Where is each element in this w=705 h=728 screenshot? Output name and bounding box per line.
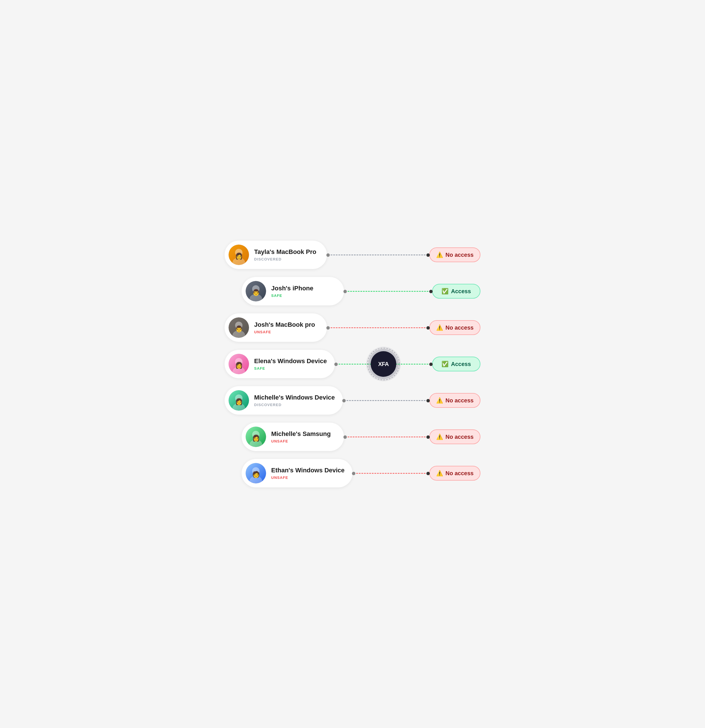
device-card: 👩 Tayla's MacBook Pro DISCOVERED — [225, 241, 327, 269]
device-name: Elena's Windows Device — [254, 357, 327, 365]
device-status: SAFE — [271, 293, 313, 298]
badge-icon: ✅ — [441, 361, 448, 367]
device-info: Josh's MacBook pro UNSAFE — [254, 321, 315, 334]
row-josh-iphone: 👨 Josh's iPhone SAFE ✅ Access — [225, 277, 480, 305]
device-info: Michelle's Windows Device DISCOVERED — [254, 394, 335, 407]
avatar: 👩 — [229, 390, 249, 411]
device-card: 👨 Josh's iPhone SAFE — [242, 277, 344, 305]
badge-label: No access — [445, 397, 474, 404]
connector-dot-left — [343, 435, 347, 439]
connector-line — [344, 400, 428, 401]
xfa-circle: XFA — [371, 351, 396, 377]
device-status: UNSAFE — [271, 475, 345, 480]
rows-container: 👩 Tayla's MacBook Pro DISCOVERED ⚠️ No a… — [225, 241, 480, 487]
row-josh-macbook: 👨 Josh's MacBook pro UNSAFE ⚠️ No access — [225, 313, 480, 342]
device-info: Ethan's Windows Device UNSAFE — [271, 467, 345, 480]
badge-label: Access — [451, 288, 471, 295]
connector-dot-left — [352, 472, 355, 475]
svg-text:👨: 👨 — [252, 289, 260, 296]
badge-icon: ⚠️ — [436, 324, 443, 331]
device-name: Tayla's MacBook Pro — [254, 248, 316, 256]
connector-line — [345, 436, 428, 438]
access-badge: ⚠️ No access — [429, 247, 480, 262]
avatar: 👩 — [229, 244, 249, 265]
device-info: Tayla's MacBook Pro DISCOVERED — [254, 248, 316, 261]
svg-text:👩: 👩 — [252, 434, 260, 442]
badge-icon: ⚠️ — [436, 251, 443, 258]
device-name: Ethan's Windows Device — [271, 467, 345, 474]
badge-label: No access — [445, 470, 474, 477]
device-card: 👩 Michelle's Samsung UNSAFE — [242, 423, 344, 451]
device-info: Josh's iPhone SAFE — [271, 285, 313, 298]
avatar: 👩 — [246, 426, 266, 447]
connector-dot-left — [342, 399, 346, 402]
connector-dot-right — [427, 399, 430, 402]
xfa-hub: XFA — [371, 351, 396, 377]
device-card: 👨 Josh's MacBook pro UNSAFE — [225, 313, 327, 342]
badge-label: Access — [451, 361, 471, 367]
access-badge: ✅ Access — [432, 357, 480, 371]
connector-dot-left — [334, 363, 338, 366]
device-status: SAFE — [254, 366, 327, 371]
device-card: 👩 Michelle's Windows Device DISCOVERED — [225, 386, 343, 415]
badge-label: No access — [445, 434, 474, 440]
device-name: Michelle's Windows Device — [254, 394, 335, 401]
access-badge: ⚠️ No access — [429, 429, 480, 444]
device-info: Elena's Windows Device SAFE — [254, 357, 327, 370]
device-status: UNSAFE — [254, 330, 315, 334]
device-card: 👩 Elena's Windows Device SAFE — [225, 350, 335, 378]
svg-text:👩: 👩 — [235, 398, 243, 406]
device-name: Josh's iPhone — [271, 285, 313, 292]
device-info: Michelle's Samsung UNSAFE — [271, 430, 331, 443]
connector-dot-right — [427, 326, 430, 329]
device-name: Michelle's Samsung — [271, 430, 331, 438]
connector-dot-left — [326, 253, 330, 257]
avatar: 🧑 — [246, 463, 266, 484]
access-badge: ⚠️ No access — [429, 466, 480, 481]
connector-dot-right — [427, 435, 430, 439]
xfa-label: XFA — [378, 361, 389, 367]
row-tayla-macbook: 👩 Tayla's MacBook Pro DISCOVERED ⚠️ No a… — [225, 241, 480, 269]
svg-text:🧑: 🧑 — [252, 471, 260, 478]
badge-icon: ✅ — [441, 288, 448, 295]
avatar: 👨 — [246, 281, 266, 302]
connector-dot-right — [429, 290, 433, 293]
connector-dot-right — [427, 472, 430, 475]
device-status: DISCOVERED — [254, 257, 316, 261]
connector-line — [354, 473, 428, 474]
row-michelle-samsung: 👩 Michelle's Samsung UNSAFE ⚠️ No access — [225, 423, 480, 451]
device-status: DISCOVERED — [254, 403, 335, 407]
svg-text:👨: 👨 — [235, 325, 243, 333]
row-elena-windows: 👩 Elena's Windows Device SAFE ✅ Access — [225, 350, 480, 378]
svg-text:👩: 👩 — [235, 361, 243, 369]
connector-line — [328, 327, 428, 328]
device-name: Josh's MacBook pro — [254, 321, 315, 328]
access-badge: ⚠️ No access — [429, 393, 480, 408]
device-status: UNSAFE — [271, 439, 331, 443]
badge-label: No access — [445, 325, 474, 331]
avatar: 👩 — [229, 354, 249, 374]
access-badge: ✅ Access — [432, 284, 480, 299]
avatar: 👨 — [229, 317, 249, 338]
badge-icon: ⚠️ — [436, 397, 443, 404]
connector-line — [328, 254, 428, 256]
connector-dot-right — [429, 363, 433, 366]
connector-dot-right — [427, 253, 430, 257]
row-ethan-windows: 🧑 Ethan's Windows Device UNSAFE ⚠️ No ac… — [225, 459, 480, 487]
connector-line — [345, 291, 431, 292]
badge-label: No access — [445, 252, 474, 258]
device-card: 🧑 Ethan's Windows Device UNSAFE — [242, 459, 353, 487]
connector-dot-left — [343, 290, 347, 293]
badge-icon: ⚠️ — [436, 470, 443, 477]
badge-icon: ⚠️ — [436, 433, 443, 440]
connector-dot-left — [326, 326, 330, 329]
access-badge: ⚠️ No access — [429, 320, 480, 335]
svg-text:👩: 👩 — [235, 252, 243, 260]
row-michelle-windows: 👩 Michelle's Windows Device DISCOVERED ⚠… — [225, 386, 480, 415]
diagram-wrapper: 👩 Tayla's MacBook Pro DISCOVERED ⚠️ No a… — [225, 241, 480, 487]
